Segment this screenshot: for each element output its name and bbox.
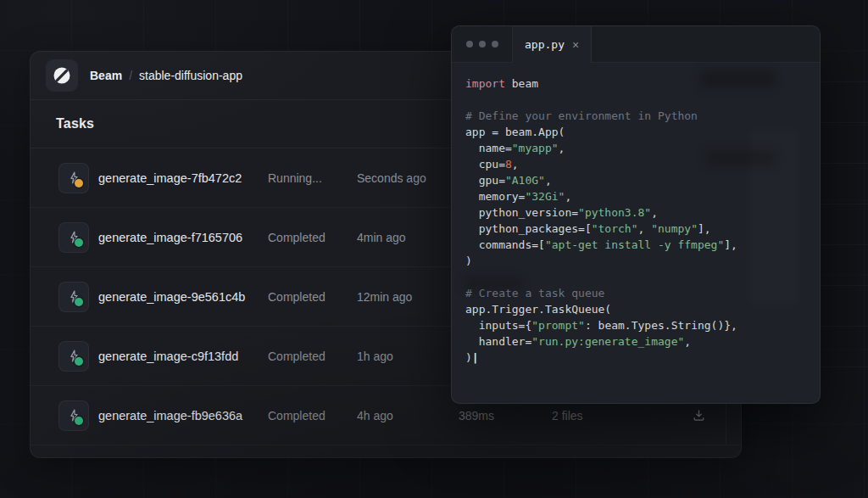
beam-logo-icon [52, 65, 72, 86]
code-line: ) [465, 253, 806, 269]
page-title: Tasks [56, 116, 94, 131]
code-line: gpu="A10G", [465, 172, 806, 188]
code-area[interactable]: import beam # Define your environment in… [452, 63, 820, 378]
close-tab-icon[interactable]: × [572, 39, 579, 51]
breadcrumb-app[interactable]: Beam [90, 69, 122, 82]
task-name: generate_image-7fb472c2 [89, 171, 268, 185]
window-control-dot[interactable] [492, 41, 498, 48]
background-blurred-rows [821, 68, 868, 407]
task-duration: 389ms [459, 409, 552, 422]
window-controls [452, 26, 513, 62]
code-line [465, 92, 806, 108]
code-line: handler="run.py:generate_image", [465, 333, 806, 350]
task-icon-tile [58, 282, 89, 312]
editor-tab-bar: app.py × [452, 26, 820, 63]
breadcrumb: Beam / stable-diffusion-app [90, 69, 242, 82]
code-line [465, 269, 806, 285]
code-editor-window: app.py × import beam # Define your envir… [451, 25, 821, 404]
breadcrumb-separator: / [129, 69, 132, 82]
code-line: commands=["apt-get install -y ffmpeg"], [465, 237, 806, 253]
task-time: Seconds ago [357, 171, 459, 185]
task-download-button[interactable] [692, 408, 726, 422]
task-icon-tile [58, 341, 89, 372]
status-dot [75, 238, 83, 247]
code-line: name="myapp", [465, 140, 806, 156]
task-time: 4h ago [357, 409, 459, 422]
window-control-dot[interactable] [479, 41, 486, 48]
tab-label: app.py [525, 38, 565, 51]
status-dot [75, 357, 83, 366]
task-icon-tile [58, 163, 89, 193]
status-dot [75, 179, 83, 187]
code-line: python_version="python3.8", [465, 204, 806, 221]
breadcrumb-project[interactable]: stable-diffusion-app [139, 69, 242, 82]
code-line: )| [465, 350, 806, 366]
code-line: # Define your environment in Python [465, 108, 806, 124]
task-icon-tile [58, 400, 89, 431]
status-dot [75, 298, 83, 306]
task-name: generate_image-f7165706 [89, 231, 268, 244]
task-name: generate_image-fb9e636a [89, 409, 268, 422]
task-time: 1h ago [357, 350, 459, 363]
code-line: cpu=8, [465, 156, 806, 172]
task-time: 4min ago [357, 231, 459, 244]
window-control-dot[interactable] [466, 41, 473, 48]
code-line: memory="32Gi", [465, 188, 806, 204]
task-time: 12min ago [357, 290, 459, 304]
code-line: import beam [465, 76, 806, 92]
task-files: 2 files [552, 409, 692, 422]
code-line: app.Trigger.TaskQueue( [465, 301, 806, 317]
task-status: Completed [268, 231, 357, 244]
status-dot [75, 417, 83, 425]
task-name: generate_image-9e561c4b [89, 290, 268, 304]
desktop-background: Beam / stable-diffusion-app Tasks genera… [0, 0, 868, 498]
task-status: Completed [268, 409, 357, 422]
code-line: inputs={"prompt": beam.Types.String()}, [465, 317, 806, 333]
task-icon-tile [58, 222, 89, 253]
code-line: # Create a task queue [465, 285, 806, 301]
tab-app-py[interactable]: app.py × [513, 26, 592, 63]
task-status: Running... [268, 171, 357, 185]
code-line: python_packages=["torch", "numpy"], [465, 221, 806, 237]
download-icon [692, 408, 706, 422]
beam-logo[interactable] [46, 59, 78, 92]
code-line: app = beam.App( [465, 124, 806, 140]
task-status: Completed [268, 290, 357, 304]
task-status: Completed [268, 350, 357, 363]
task-name: generate_image-c9f13fdd [89, 350, 268, 363]
